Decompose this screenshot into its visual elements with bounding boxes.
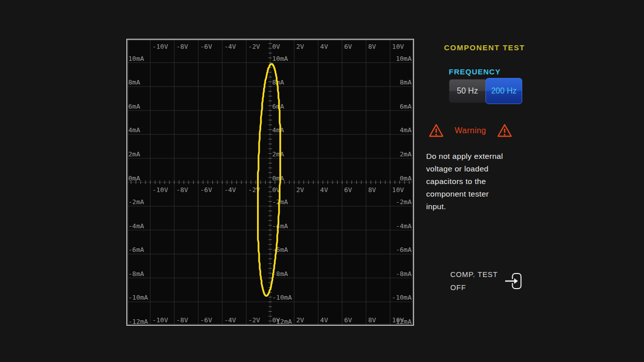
component-test-display: -10V-10V-10V-8V-8V-8V-6V-6V-6V-4V-4V-4V-…: [126, 39, 414, 326]
v-tick-label: 0V: [272, 43, 280, 50]
i-tick-label: -6mA: [396, 246, 412, 253]
warning-icon: [428, 123, 444, 138]
v-tick-label: -8V: [176, 316, 188, 324]
i-tick-label: 2mA: [272, 150, 284, 158]
graticule-svg: -10V-10V-10V-8V-8V-8V-6V-6V-6V-4V-4V-4V-…: [126, 39, 414, 326]
v-tick-label: -6V: [200, 43, 212, 50]
i-tick-label: 6mA: [272, 103, 284, 110]
warning-message: Do not apply external voltage or loaded …: [426, 150, 532, 213]
i-tick-label: 10mA: [128, 55, 144, 62]
frequency-200hz-button[interactable]: 200 Hz: [486, 78, 522, 104]
i-tick-label: -6mA: [128, 246, 144, 253]
i-tick-label: 2mA: [400, 150, 412, 158]
comp-test-off-button[interactable]: COMP. TEST OFF: [450, 268, 523, 294]
warning-header: Warning: [428, 122, 513, 139]
v-tick-label: 10V: [392, 186, 404, 194]
i-tick-label: -8mA: [272, 270, 288, 278]
v-tick-label: -8V: [176, 43, 188, 50]
v-tick-label: -4V: [224, 316, 236, 324]
v-tick-label: 6V: [344, 316, 352, 324]
i-tick-label: 0mA: [272, 174, 284, 182]
v-tick-label: -6V: [200, 186, 212, 194]
i-tick-label: 0mA: [128, 174, 140, 182]
v-tick-label: 6V: [344, 43, 352, 50]
i-tick-label: -8mA: [396, 270, 412, 278]
v-tick-label: 4V: [320, 186, 328, 194]
comp-test-off-label: COMP. TEST OFF: [450, 268, 498, 294]
v-tick-label: 2V: [296, 43, 304, 50]
i-tick-label: -4mA: [128, 222, 144, 230]
i-tick-label: -6mA: [272, 246, 288, 253]
v-tick-label: -2V: [248, 43, 260, 50]
i-tick-label: 4mA: [128, 126, 140, 134]
v-tick-label: -4V: [224, 186, 236, 194]
v-tick-label: 8V: [368, 43, 376, 50]
i-tick-label: -10mA: [272, 294, 292, 301]
v-tick-label: -2V: [248, 316, 260, 324]
v-tick-label: -6V: [200, 316, 212, 324]
i-tick-label: 4mA: [400, 126, 412, 134]
frequency-50hz-button[interactable]: 50 Hz: [449, 79, 486, 103]
i-tick-label: -8mA: [128, 270, 144, 278]
v-tick-label: -10V: [152, 43, 168, 50]
frequency-label: FREQUENCY: [449, 67, 501, 76]
i-tick-label: 6mA: [128, 103, 140, 110]
v-tick-label: 4V: [320, 316, 328, 324]
i-tick-label: -10mA: [392, 294, 412, 301]
oscilloscope-screen: -10V-10V-10V-8V-8V-8V-6V-6V-6V-4V-4V-4V-…: [0, 0, 644, 362]
v-tick-label: 4V: [320, 43, 328, 50]
v-tick-label: -10V: [152, 316, 168, 324]
i-tick-label: -4mA: [396, 222, 412, 230]
i-tick-label: -12mA: [272, 318, 292, 325]
i-tick-label: -4mA: [272, 222, 288, 230]
i-tick-label: -2mA: [396, 198, 412, 206]
i-tick-label: 0mA: [400, 174, 412, 182]
v-tick-label: 8V: [368, 186, 376, 194]
i-tick-label: 8mA: [128, 78, 140, 86]
frequency-toggle: 50 Hz 200 Hz: [449, 78, 522, 104]
exit-arrow-icon: [505, 270, 523, 292]
v-tick-label: 2V: [296, 186, 304, 194]
page-title: COMPONENT TEST: [424, 43, 545, 52]
v-tick-label: -4V: [224, 43, 236, 50]
i-tick-label: 2mA: [128, 150, 140, 158]
i-tick-label: 6mA: [400, 103, 412, 110]
i-tick-label: -2mA: [128, 198, 144, 206]
warning-title: Warning: [455, 126, 486, 135]
v-tick-label: 2V: [296, 316, 304, 324]
i-tick-label: -12mA: [392, 318, 412, 325]
warning-icon: [497, 123, 513, 138]
v-tick-label: 8V: [368, 316, 376, 324]
v-tick-label: 6V: [344, 186, 352, 194]
i-tick-label: 10mA: [396, 55, 412, 62]
v-tick-label: -8V: [176, 186, 188, 194]
i-tick-label: 10mA: [272, 55, 288, 62]
i-tick-label: 4mA: [272, 126, 284, 134]
v-tick-label: -10V: [152, 186, 168, 194]
i-tick-label: -12mA: [128, 318, 148, 325]
i-tick-label: 8mA: [400, 78, 412, 86]
i-tick-label: -10mA: [128, 294, 148, 301]
v-tick-label: 10V: [392, 43, 404, 50]
